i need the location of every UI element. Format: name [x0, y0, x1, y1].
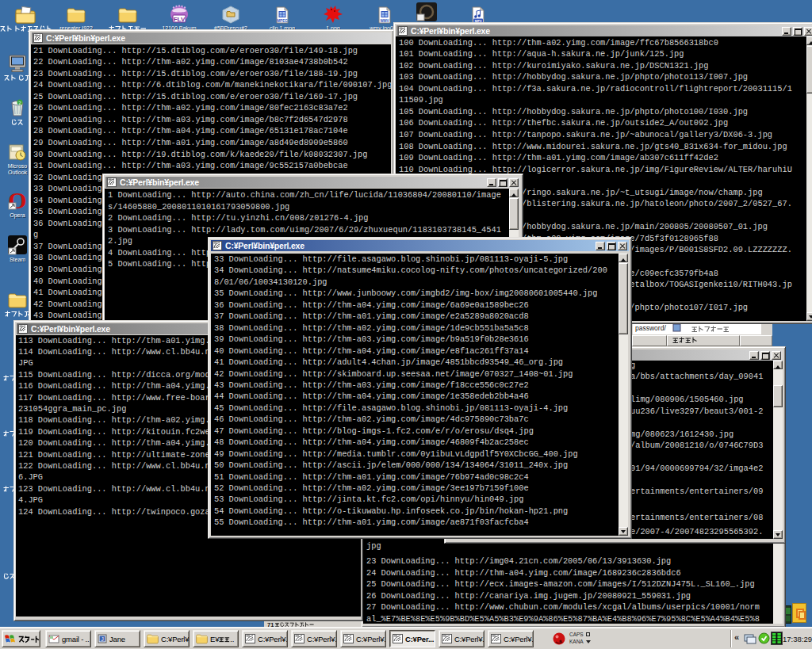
svg-text:FLV: FLV: [174, 16, 186, 23]
svg-text:WMV: WMV: [380, 19, 389, 23]
svg-text:MPEG: MPEG: [277, 19, 288, 23]
svg-text:J: J: [101, 636, 103, 642]
